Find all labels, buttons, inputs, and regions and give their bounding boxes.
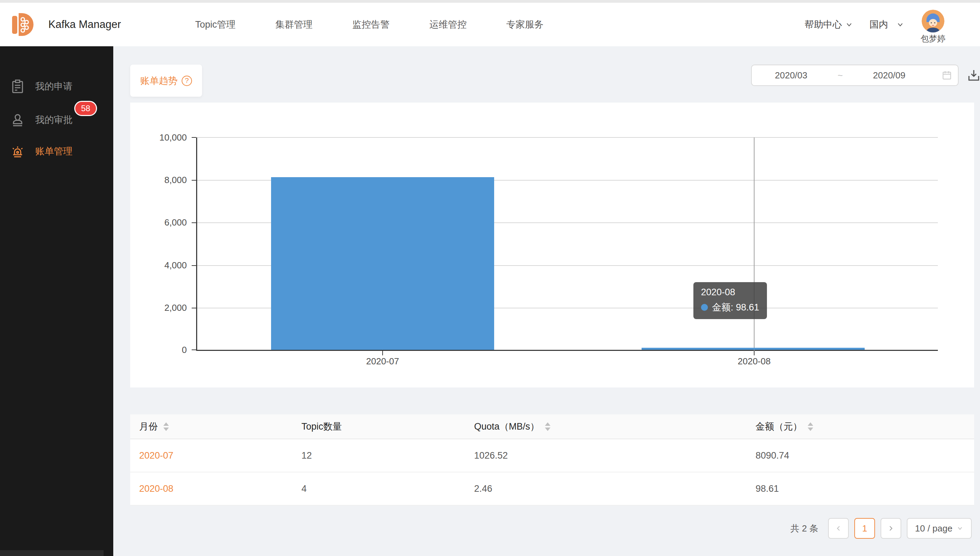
y-axis-tick-label: 2,000: [123, 302, 187, 313]
tab-label: 账单趋势: [140, 74, 178, 87]
header-right: 帮助中心 国内 包梦婷: [805, 3, 946, 46]
date-range-separator: ~: [830, 70, 850, 81]
app-header: Kafka Manager Topic管理 集群管理 监控告警 运维管控 专家服…: [0, 3, 980, 46]
sidebar-item-my-approvals[interactable]: 我的审批: [0, 109, 113, 131]
chevron-left-icon: [835, 525, 842, 532]
nav-expert-service[interactable]: 专家服务: [506, 18, 544, 31]
bar-2020-07[interactable]: [271, 177, 494, 350]
calendar-icon[interactable]: [941, 70, 953, 81]
total-count: 共 2 条: [790, 522, 819, 535]
date-end-input[interactable]: 2020/09: [850, 70, 928, 81]
nav-monitor-alert[interactable]: 监控告警: [352, 18, 389, 31]
date-range-picker[interactable]: 2020/03 ~ 2020/09: [751, 65, 959, 86]
tab-billing-trend[interactable]: 账单趋势 ?: [130, 65, 202, 97]
chevron-down-icon: [845, 21, 853, 28]
column-header-quota[interactable]: Quota（MB/s）: [465, 420, 747, 433]
billing-trend-chart: 10,000 8,000 6,000 4,000 2,000 0 2020-07…: [130, 103, 974, 388]
bar-2020-08[interactable]: [642, 348, 865, 350]
sidebar-item-my-applications[interactable]: 我的申请: [0, 75, 113, 97]
month-link[interactable]: 2020-07: [139, 450, 173, 461]
nav-ops-control[interactable]: 运维管控: [429, 18, 467, 31]
tooltip-value: 金额: 98.61: [712, 301, 759, 314]
sidebar: 我的申请 我的审批 58 账单管理: [0, 46, 113, 556]
topic-count-cell: 12: [292, 450, 465, 461]
help-center-dropdown[interactable]: 帮助中心: [805, 18, 853, 31]
region-label: 国内: [870, 18, 888, 31]
y-axis-tick-label: 10,000: [123, 132, 187, 143]
y-axis-tick-label: 4,000: [123, 260, 187, 271]
amount-cell: 98.61: [747, 483, 974, 494]
tooltip-title: 2020-08: [701, 287, 759, 298]
download-icon[interactable]: [966, 68, 980, 83]
table-row: 2020-07 12 1026.52 8090.74: [130, 439, 974, 472]
sort-icon: [163, 422, 169, 431]
chart-plot-area: 10,000 8,000 6,000 4,000 2,000 0 2020-07…: [196, 137, 938, 351]
topic-count-cell: 4: [292, 483, 465, 494]
sidebar-collapse-trigger[interactable]: [0, 550, 103, 556]
month-link[interactable]: 2020-08: [139, 483, 173, 494]
help-question-icon[interactable]: ?: [182, 76, 192, 86]
sidebar-item-label: 我的申请: [35, 80, 73, 92]
x-axis-tick-label: 2020-08: [716, 356, 792, 367]
user-menu[interactable]: 包梦婷: [920, 5, 946, 44]
column-header-topic-count: Topic数量: [292, 420, 465, 433]
series-dot-icon: [701, 304, 708, 311]
page-1-button[interactable]: 1: [854, 518, 875, 539]
main-nav: Topic管理 集群管理 监控告警 运维管控 专家服务: [195, 18, 544, 31]
billing-table: 月份 Topic数量 Quota（MB/s） 金额（元） 2020-07 12 …: [130, 414, 974, 506]
nav-topic-management[interactable]: Topic管理: [195, 18, 236, 31]
region-dropdown[interactable]: 国内: [870, 18, 904, 31]
main-content: 账单趋势 ? 2020/03 ~ 2020/09: [113, 46, 980, 556]
prev-page-button[interactable]: [828, 518, 849, 539]
column-header-month[interactable]: 月份: [130, 420, 292, 433]
siren-icon: [10, 143, 26, 159]
chart-tooltip: 2020-08 金额: 98.61: [693, 282, 767, 319]
page-size-select[interactable]: 10 / page: [907, 518, 972, 539]
user-name: 包梦婷: [920, 33, 946, 44]
table-header-row: 月份 Topic数量 Quota（MB/s） 金额（元）: [130, 414, 974, 439]
avatar: [922, 10, 944, 32]
table-row: 2020-08 4 2.46 98.61: [130, 472, 974, 506]
sort-icon: [808, 422, 813, 431]
next-page-button[interactable]: [881, 518, 901, 539]
kafka-manager-logo-icon: [10, 10, 39, 39]
pagination: 共 2 条 1 10 / page: [790, 518, 972, 539]
date-start-input[interactable]: 2020/03: [752, 70, 830, 81]
clipboard-icon: [10, 78, 26, 94]
page-size-value: 10 / page: [915, 523, 953, 534]
amount-cell: 8090.74: [747, 450, 974, 461]
gridline: [197, 137, 938, 138]
top-strip: [0, 0, 980, 3]
approval-count-badge: 58: [74, 101, 97, 116]
sidebar-item-billing[interactable]: 账单管理: [0, 140, 113, 162]
sidebar-item-label: 我的审批: [35, 114, 73, 126]
y-axis-tick-label: 6,000: [123, 217, 187, 228]
chevron-right-icon: [888, 525, 894, 532]
stamp-icon: [10, 112, 26, 128]
chevron-down-icon: [896, 21, 904, 28]
sidebar-item-label: 账单管理: [35, 145, 73, 157]
y-axis-tick-label: 8,000: [123, 175, 187, 186]
page-title: Kafka Manager: [48, 18, 121, 31]
chevron-down-icon: [956, 525, 964, 532]
column-header-amount[interactable]: 金额（元）: [747, 420, 974, 433]
quota-cell: 2.46: [465, 483, 747, 494]
x-axis-tick-label: 2020-07: [345, 356, 421, 367]
nav-cluster-management[interactable]: 集群管理: [275, 18, 313, 31]
sort-icon: [545, 422, 551, 431]
quota-cell: 1026.52: [465, 450, 747, 461]
help-center-label: 帮助中心: [805, 18, 842, 31]
y-axis-tick-label: 0: [123, 344, 187, 356]
